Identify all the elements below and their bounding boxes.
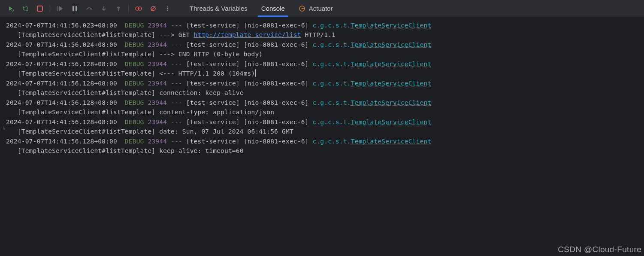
rerun-button[interactable] (3, 1, 18, 16)
debug-tabs: Threads & Variables Console Actuator (183, 0, 340, 17)
log-line: [TemplateServiceClient#listTemplate] kee… (6, 146, 644, 155)
log-line: 2024-07-07T14:41:56.024+08:00 DEBUG 2394… (6, 40, 644, 49)
actuator-icon (299, 5, 305, 12)
svg-point-12 (167, 8, 169, 9)
tab-actuator[interactable]: Actuator (292, 0, 340, 17)
log-line: 2024-07-07T14:41:56.128+08:00 DEBUG 2394… (6, 117, 644, 127)
svg-rect-3 (37, 6, 42, 11)
log-line: [TemplateServiceClient#listTemplate] ---… (6, 49, 644, 59)
log-line: 2024-07-07T14:41:56.128+08:00 DEBUG 2394… (6, 59, 644, 69)
log-line: 2024-07-07T14:41:56.128+08:00 DEBUG 2394… (6, 79, 644, 88)
svg-rect-5 (73, 6, 74, 11)
step-over-button[interactable] (82, 1, 97, 16)
soft-wrap-icon: ↳ (3, 125, 6, 131)
svg-point-13 (167, 9, 169, 11)
tab-label: Threads & Variables (190, 5, 248, 12)
resume-button[interactable] (53, 1, 67, 16)
log-line: [TemplateServiceClient#listTemplate] dat… (6, 127, 644, 136)
tab-console[interactable]: Console (254, 0, 292, 17)
rerun-debug-button[interactable] (18, 1, 33, 16)
log-line: [TemplateServiceClient#listTemplate] ---… (6, 30, 644, 40)
more-button[interactable] (160, 1, 175, 16)
log-line: 2024-07-07T14:41:56.023+08:00 DEBUG 2394… (6, 21, 644, 30)
log-line: 2024-07-07T14:41:56.128+08:00 DEBUG 2394… (6, 98, 644, 107)
step-out-button[interactable] (111, 1, 126, 16)
watermark: CSDN @Cloud-Future (558, 245, 641, 254)
separator (128, 4, 129, 13)
view-breakpoints-button[interactable] (131, 1, 146, 16)
step-into-button[interactable] (97, 1, 111, 16)
svg-rect-6 (76, 6, 77, 11)
debug-toolbar: Threads & Variables Console Actuator (0, 0, 644, 17)
separator (50, 4, 50, 13)
tab-label: Console (261, 5, 285, 12)
tab-threads-variables[interactable]: Threads & Variables (183, 0, 254, 17)
tab-label: Actuator (309, 5, 333, 12)
svg-point-2 (26, 9, 28, 11)
log-line: [TemplateServiceClient#listTemplate] con… (6, 107, 644, 117)
log-line: 2024-07-07T14:41:56.128+08:00 DEBUG 2394… (6, 137, 644, 146)
mute-breakpoints-button[interactable] (146, 1, 160, 16)
stop-button[interactable] (33, 1, 47, 16)
pause-button[interactable] (67, 1, 82, 16)
svg-rect-4 (57, 6, 58, 11)
log-line: [TemplateServiceClient#listTemplate] con… (6, 88, 644, 98)
console-output[interactable]: 2024-07-07T14:41:56.023+08:00 DEBUG 2394… (0, 17, 644, 156)
log-line: [TemplateServiceClient#listTemplate] <--… (6, 69, 644, 78)
svg-point-11 (167, 6, 169, 7)
